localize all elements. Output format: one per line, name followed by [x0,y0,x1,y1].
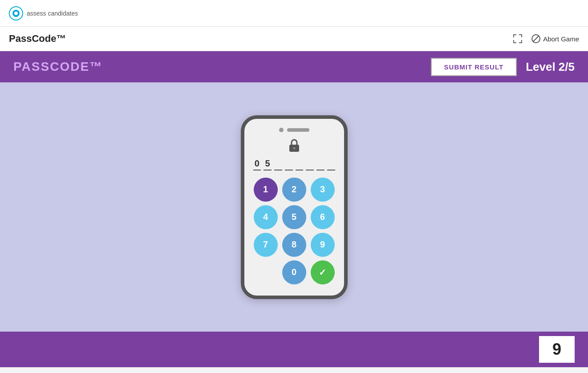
digit-2: _ [274,158,282,170]
phone-speaker [287,128,309,132]
phone-mockup: 0 5 _ _ _ _ _ _ 1 2 3 4 5 6 7 8 9 0 [241,115,348,299]
game-content: 0 5 _ _ _ _ _ _ 1 2 3 4 5 6 7 8 9 0 [0,82,588,332]
code-display: 0 5 _ _ _ _ _ _ [251,158,337,170]
logo-icon [9,6,23,20]
key-6[interactable]: 6 [311,205,335,229]
score-box: 9 [539,336,575,363]
logo-text: assess candidates [27,10,78,17]
game-wrapper: PASSCODE™ SUBMIT RESULT Level 2/5 [0,51,588,367]
submit-result-button[interactable]: SUBMIT RESULT [431,58,517,76]
fullscreen-icon [513,34,523,44]
key-7[interactable]: 7 [254,233,278,257]
top-nav: assess candidates [0,0,588,27]
score-value: 9 [552,340,561,359]
header-right: Abort Game [511,32,579,45]
key-confirm[interactable]: ✓ [311,260,335,284]
game-logo: PASSCODE™ [13,60,103,74]
abort-icon [531,34,540,43]
keypad: 1 2 3 4 5 6 7 8 9 0 ✓ [251,178,337,284]
game-header-right: SUBMIT RESULT Level 2/5 [431,58,575,76]
digit-3: _ [285,158,293,170]
digit-7: _ [327,158,335,170]
abort-game-button[interactable]: Abort Game [531,34,579,43]
key-9[interactable]: 9 [311,233,335,257]
page-title: PassCode™ [9,33,66,45]
abort-label: Abort Game [543,35,579,43]
key-3[interactable]: 3 [311,178,335,202]
sub-header: PassCode™ Abort Game [0,27,588,51]
key-8[interactable]: 8 [282,233,306,257]
key-5[interactable]: 5 [282,205,306,229]
phone-notch [251,128,337,132]
key-0[interactable]: 0 [282,260,306,284]
svg-point-6 [293,147,295,149]
logo-area: assess candidates [9,6,78,20]
phone-camera [279,128,284,132]
level-display: Level 2/5 [526,60,575,74]
key-2[interactable]: 2 [282,178,306,202]
lock-icon [286,138,302,154]
svg-point-2 [14,12,18,15]
digit-4: _ [296,158,304,170]
fullscreen-button[interactable] [511,32,524,45]
digit-0: 0 [253,158,261,170]
svg-line-4 [533,36,539,42]
digit-6: _ [316,158,324,170]
game-header: PASSCODE™ SUBMIT RESULT Level 2/5 [0,51,588,82]
digit-5: _ [306,158,314,170]
key-1[interactable]: 1 [254,178,278,202]
digit-1: 5 [264,158,272,170]
game-footer: 9 [0,332,588,367]
key-4[interactable]: 4 [254,205,278,229]
lock-container [251,138,337,154]
